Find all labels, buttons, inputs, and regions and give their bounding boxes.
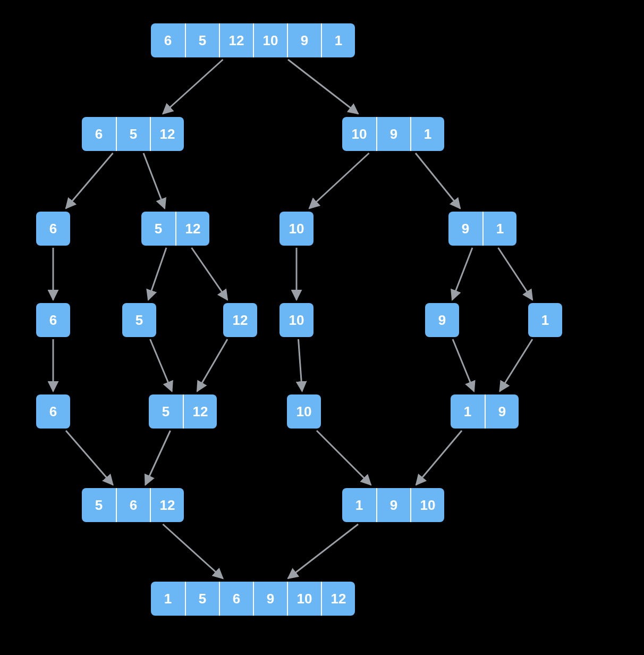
array-cell: 6	[82, 117, 116, 151]
array-node: 6	[36, 303, 70, 337]
arrow	[452, 248, 472, 300]
array-cell: 5	[82, 488, 116, 522]
array-cell: 12	[183, 394, 217, 429]
array-cell: 10	[287, 582, 321, 616]
arrow	[288, 524, 358, 578]
arrow	[299, 339, 302, 391]
array-node: 512	[141, 212, 209, 246]
arrow	[416, 431, 462, 485]
array-node: 6	[36, 212, 70, 246]
array-cell: 1	[410, 117, 444, 151]
array-cell: 12	[321, 582, 355, 616]
arrow	[197, 339, 227, 391]
array-cell: 9	[448, 212, 482, 246]
array-cell: 1	[451, 394, 485, 429]
arrow	[453, 339, 474, 391]
array-cell: 1	[321, 23, 355, 57]
arrow	[163, 524, 223, 578]
array-cell: 10	[342, 117, 376, 151]
arrow	[416, 153, 460, 208]
arrow	[498, 248, 533, 300]
array-cell: 9	[253, 582, 287, 616]
array-node: 12	[223, 303, 257, 337]
array-node: 6512	[82, 117, 184, 151]
array-cell: 5	[116, 117, 150, 151]
array-node: 1091	[342, 117, 444, 151]
array-cell: 9	[485, 394, 519, 429]
array-cell: 9	[425, 303, 459, 337]
array-node: 5612	[82, 488, 184, 522]
arrow	[66, 153, 113, 208]
array-cell: 10	[287, 394, 321, 429]
array-node: 19	[451, 394, 519, 429]
array-node: 10	[279, 212, 313, 246]
array-cell: 10	[253, 23, 287, 57]
array-cell: 10	[279, 303, 313, 337]
array-node: 512	[149, 394, 217, 429]
array-node: 5	[122, 303, 156, 337]
array-node: 1910	[342, 488, 444, 522]
array-cell: 5	[149, 394, 183, 429]
arrow	[150, 339, 172, 391]
array-cell: 9	[287, 23, 321, 57]
array-cell: 6	[219, 582, 253, 616]
array-node: 15691012	[151, 582, 355, 616]
array-cell: 6	[36, 394, 70, 429]
array-cell: 5	[141, 212, 175, 246]
array-cell: 1	[482, 212, 516, 246]
array-cell: 12	[219, 23, 253, 57]
array-cell: 6	[116, 488, 150, 522]
array-node: 9	[425, 303, 459, 337]
merge-sort-diagram: 6512109165121091651210916512109165121019…	[0, 0, 644, 655]
array-cell: 5	[185, 582, 219, 616]
array-cell: 10	[279, 212, 313, 246]
array-cell: 6	[36, 212, 70, 246]
array-cell: 12	[150, 117, 184, 151]
arrow	[163, 60, 223, 114]
array-node: 65121091	[151, 23, 355, 57]
array-cell: 6	[151, 23, 185, 57]
array-node: 6	[36, 394, 70, 429]
arrow	[288, 60, 358, 114]
array-cell: 12	[150, 488, 184, 522]
arrow	[500, 339, 533, 391]
array-node: 91	[448, 212, 516, 246]
array-node: 1	[528, 303, 562, 337]
array-cell: 5	[185, 23, 219, 57]
arrow	[143, 153, 165, 208]
arrow	[146, 431, 171, 485]
arrow	[192, 248, 228, 300]
array-cell: 12	[175, 212, 209, 246]
array-cell: 9	[376, 488, 410, 522]
array-cell: 5	[122, 303, 156, 337]
array-cell: 1	[342, 488, 376, 522]
arrow	[66, 431, 113, 485]
arrow	[317, 431, 371, 485]
array-cell: 10	[410, 488, 444, 522]
array-cell: 6	[36, 303, 70, 337]
arrow	[309, 153, 369, 208]
array-node: 10	[287, 394, 321, 429]
array-cell: 1	[151, 582, 185, 616]
array-node: 10	[279, 303, 313, 337]
arrow	[148, 248, 166, 300]
array-cell: 9	[376, 117, 410, 151]
array-cell: 12	[223, 303, 257, 337]
array-cell: 1	[528, 303, 562, 337]
